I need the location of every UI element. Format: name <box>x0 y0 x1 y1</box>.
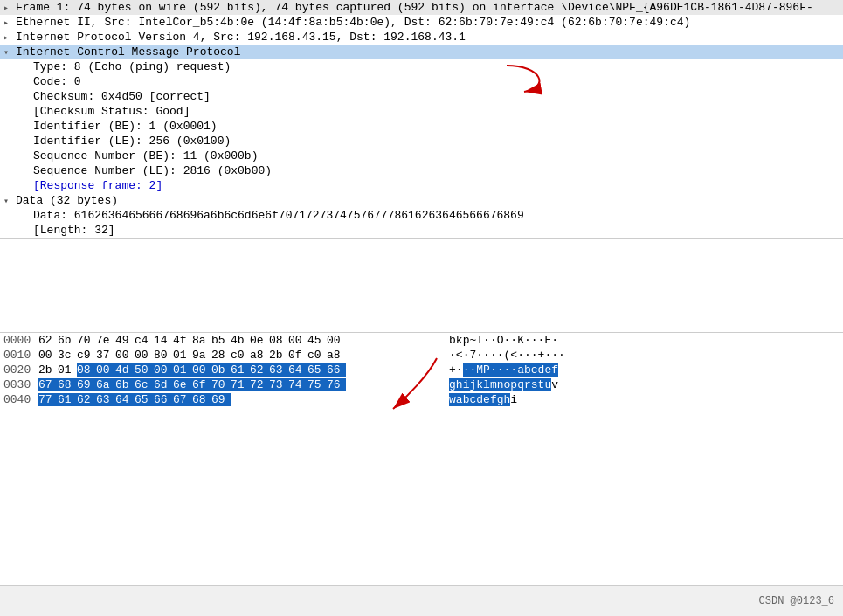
hex-byte-1-11[interactable]: a8 <box>250 349 269 362</box>
hex-byte-3-9[interactable]: 70 <box>211 378 231 391</box>
hex-byte-3-1[interactable]: 68 <box>58 378 77 391</box>
hex-byte-4-2[interactable]: 62 <box>77 393 96 406</box>
detail-row-icmp-type[interactable]: Type: 8 (Echo (ping) request) <box>0 59 843 74</box>
hex-byte-2-13[interactable]: 64 <box>288 363 307 377</box>
hex-byte-2-0[interactable]: 2b <box>38 363 58 377</box>
hex-row-3[interactable]: 003067 68 69 6a 6b 6c 6d 6e 6f 70 71 72 … <box>0 377 843 392</box>
hex-byte-2-2[interactable]: 08 <box>77 363 96 377</box>
hex-byte-3-12[interactable]: 73 <box>269 378 288 391</box>
hex-byte-0-9[interactable]: b5 <box>211 334 231 347</box>
hex-byte-2-6[interactable]: 00 <box>154 363 173 377</box>
detail-row-data-value[interactable]: Data: 6162636465666768696a6b6c6d6e6f7071… <box>0 208 843 223</box>
hex-byte-2-12[interactable]: 63 <box>269 363 288 377</box>
hex-byte-4-9[interactable]: 69 <box>211 393 231 406</box>
detail-row-data-section[interactable]: ▾Data (32 bytes) <box>0 193 843 208</box>
hex-byte-3-11[interactable]: 72 <box>250 378 269 391</box>
hex-byte-0-7[interactable]: 4f <box>173 334 192 347</box>
hex-byte-2-1[interactable]: 01 <box>58 363 77 377</box>
hex-byte-3-4[interactable]: 6b <box>115 378 135 391</box>
hex-byte-0-14[interactable]: 45 <box>307 334 327 347</box>
hex-byte-1-15[interactable]: a8 <box>327 349 346 362</box>
hex-byte-1-6[interactable]: 80 <box>154 349 173 362</box>
hex-byte-4-1[interactable]: 61 <box>58 393 77 406</box>
hex-byte-0-3[interactable]: 7e <box>96 334 115 347</box>
hex-byte-3-5[interactable]: 6c <box>135 378 154 391</box>
hex-row-0[interactable]: 000062 6b 70 7e 49 c4 14 4f 8a b5 4b 0e … <box>0 333 843 348</box>
hex-byte-1-14[interactable]: c0 <box>307 349 327 362</box>
detail-row-data-length[interactable]: [Length: 32] <box>0 223 843 238</box>
detail-row-icmp-checksum[interactable]: Checksum: 0x4d50 [correct] <box>0 89 843 104</box>
hex-byte-1-13[interactable]: 0f <box>288 349 307 362</box>
detail-row-icmp-seq-le[interactable]: Sequence Number (LE): 2816 (0x0b00) <box>0 163 843 178</box>
hex-byte-1-3[interactable]: 37 <box>96 349 115 362</box>
hex-byte-0-0[interactable]: 62 <box>38 334 58 347</box>
hex-byte-2-11[interactable]: 62 <box>250 363 269 377</box>
expand-icon-frame[interactable]: ▸ <box>3 3 16 13</box>
detail-row-icmp-id-le[interactable]: Identifier (LE): 256 (0x0100) <box>0 134 843 149</box>
hex-byte-1-10[interactable]: c0 <box>231 349 250 362</box>
hex-byte-3-14[interactable]: 75 <box>307 378 327 391</box>
hex-byte-0-11[interactable]: 0e <box>250 334 269 347</box>
hex-row-2[interactable]: 00202b 01 08 00 4d 50 00 01 00 0b 61 62 … <box>0 363 843 377</box>
hex-byte-4-0[interactable]: 77 <box>38 393 58 406</box>
detail-row-ip[interactable]: ▸Internet Protocol Version 4, Src: 192.1… <box>0 30 843 45</box>
hex-byte-0-1[interactable]: 6b <box>58 334 77 347</box>
hex-byte-0-10[interactable]: 4b <box>231 334 250 347</box>
hex-byte-4-7[interactable]: 67 <box>173 393 192 406</box>
hex-byte-2-9[interactable]: 0b <box>211 363 231 377</box>
hex-byte-4-3[interactable]: 63 <box>96 393 115 406</box>
detail-row-frame[interactable]: ▸Frame 1: 74 bytes on wire (592 bits), 7… <box>0 0 843 15</box>
hex-byte-1-8[interactable]: 9a <box>192 349 211 362</box>
detail-row-icmp-checksum-status[interactable]: [Checksum Status: Good] <box>0 104 843 119</box>
hex-byte-3-2[interactable]: 69 <box>77 378 96 391</box>
hex-byte-0-4[interactable]: 49 <box>115 334 135 347</box>
detail-row-icmp-response[interactable]: [Response frame: 2] <box>0 178 843 193</box>
detail-row-icmp-id-be[interactable]: Identifier (BE): 1 (0x0001) <box>0 119 843 134</box>
hex-byte-1-1[interactable]: 3c <box>58 349 77 362</box>
hex-byte-4-6[interactable]: 66 <box>154 393 173 406</box>
hex-byte-2-4[interactable]: 4d <box>115 363 135 377</box>
hex-byte-1-9[interactable]: 28 <box>211 349 231 362</box>
hex-byte-2-7[interactable]: 01 <box>173 363 192 377</box>
hex-byte-2-3[interactable]: 00 <box>96 363 115 377</box>
detail-row-icmp[interactable]: ▾Internet Control Message Protocol <box>0 45 843 59</box>
hex-byte-2-15[interactable]: 66 <box>327 363 346 377</box>
hex-byte-1-7[interactable]: 01 <box>173 349 192 362</box>
hex-byte-0-2[interactable]: 70 <box>77 334 96 347</box>
expand-icon-icmp[interactable]: ▾ <box>3 47 16 58</box>
hex-row-1[interactable]: 001000 3c c9 37 00 00 80 01 9a 28 c0 a8 … <box>0 348 843 363</box>
hex-row-4[interactable]: 004077 61 62 63 64 65 66 67 68 69 wabcde… <box>0 392 843 407</box>
expand-icon-ip[interactable]: ▸ <box>3 32 16 43</box>
hex-byte-1-12[interactable]: 2b <box>269 349 288 362</box>
hex-byte-3-10[interactable]: 71 <box>231 378 250 391</box>
hex-byte-0-6[interactable]: 14 <box>154 334 173 347</box>
detail-row-icmp-seq-be[interactable]: Sequence Number (BE): 11 (0x000b) <box>0 149 843 163</box>
hex-byte-2-10[interactable]: 61 <box>231 363 250 377</box>
hex-byte-0-5[interactable]: c4 <box>135 334 154 347</box>
hex-byte-3-3[interactable]: 6a <box>96 378 115 391</box>
hex-byte-4-4[interactable]: 64 <box>115 393 135 406</box>
hex-byte-3-15[interactable]: 76 <box>327 378 346 391</box>
hex-byte-0-13[interactable]: 00 <box>288 334 307 347</box>
detail-text-icmp-response[interactable]: [Response frame: 2] <box>33 179 162 192</box>
hex-byte-1-4[interactable]: 00 <box>115 349 135 362</box>
hex-byte-3-6[interactable]: 6d <box>154 378 173 391</box>
hex-byte-2-8[interactable]: 00 <box>192 363 211 377</box>
hex-byte-2-14[interactable]: 65 <box>307 363 327 377</box>
hex-byte-1-0[interactable]: 00 <box>38 349 58 362</box>
hex-byte-0-8[interactable]: 8a <box>192 334 211 347</box>
hex-byte-3-0[interactable]: 67 <box>38 378 58 391</box>
hex-byte-1-2[interactable]: c9 <box>77 349 96 362</box>
hex-byte-4-8[interactable]: 68 <box>192 393 211 406</box>
hex-byte-3-13[interactable]: 74 <box>288 378 307 391</box>
detail-row-ethernet[interactable]: ▸Ethernet II, Src: IntelCor_b5:4b:0e (14… <box>0 15 843 30</box>
hex-byte-3-7[interactable]: 6e <box>173 378 192 391</box>
hex-byte-0-12[interactable]: 08 <box>269 334 288 347</box>
expand-icon-data-section[interactable]: ▾ <box>3 196 16 206</box>
hex-byte-1-5[interactable]: 00 <box>135 349 154 362</box>
hex-byte-3-8[interactable]: 6f <box>192 378 211 391</box>
hex-byte-4-5[interactable]: 65 <box>135 393 154 406</box>
hex-byte-0-15[interactable]: 00 <box>327 334 346 347</box>
detail-row-icmp-code[interactable]: Code: 0 <box>0 74 843 89</box>
hex-byte-2-5[interactable]: 50 <box>135 363 154 377</box>
